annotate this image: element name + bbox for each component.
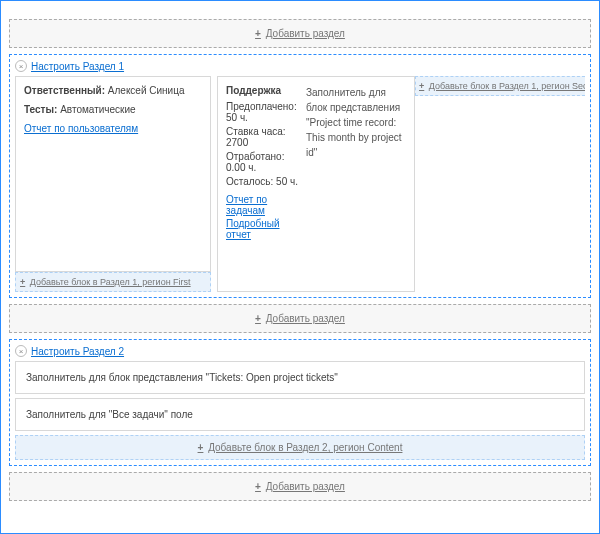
section-2-row-2-text: Заполнитель для "Все задачи" поле — [26, 409, 193, 420]
plus-icon: + — [419, 81, 424, 91]
support-row-1: Ставка часа: 2700 — [226, 126, 298, 148]
add-block-content[interactable]: + Добавьте блок в Раздел 2, регион Conte… — [15, 435, 585, 460]
plus-icon: + — [198, 442, 204, 453]
add-block-first-label: Добавьте блок в Раздел 1, регион First — [30, 277, 191, 287]
responsible-value: Алексей Синица — [108, 85, 185, 96]
add-section-label: Добавить раздел — [266, 481, 345, 492]
section-1-left-card: Ответственный: Алексей Синица Тесты: Авт… — [15, 76, 211, 272]
close-icon[interactable]: × — [15, 345, 27, 357]
add-section-bottom[interactable]: + Добавить раздел — [9, 472, 591, 501]
tests-value: Автоматические — [60, 104, 135, 115]
task-report-link[interactable]: Отчет по задачам — [226, 194, 298, 216]
add-section-label: Добавить раздел — [266, 28, 345, 39]
plus-icon: + — [255, 28, 261, 39]
section-1-header: × Настроить Раздел 1 — [15, 60, 585, 72]
responsible-label: Ответственный: — [24, 85, 105, 96]
section-1: × Настроить Раздел 1 Ответственный: Алек… — [9, 54, 591, 298]
add-block-first[interactable]: + Добавьте блок в Раздел 1, регион First — [15, 272, 211, 292]
close-icon[interactable]: × — [15, 60, 27, 72]
configure-section-1[interactable]: Настроить Раздел 1 — [31, 61, 124, 72]
add-block-content-label: Добавьте блок в Раздел 2, регион Content — [208, 442, 402, 453]
section-2-row-1: Заполнитель для блок представления "Tick… — [15, 361, 585, 394]
tests-label: Тесты: — [24, 104, 57, 115]
add-block-second[interactable]: + Добавьте блок в Раздел 1, регион Secon… — [415, 76, 585, 96]
placeholder-text: Заполнитель для блок представления "Proj… — [306, 85, 406, 160]
support-row-3: Осталось: 50 ч. — [226, 176, 298, 187]
add-section-label: Добавить раздел — [266, 313, 345, 324]
detailed-report-link[interactable]: Подробный отчет — [226, 218, 298, 240]
section-2: × Настроить Раздел 2 Заполнитель для бло… — [9, 339, 591, 466]
users-report-row: Отчет по пользователям — [24, 123, 202, 134]
plus-icon: + — [255, 313, 261, 324]
tests-row: Тесты: Автоматические — [24, 104, 202, 115]
add-section-top[interactable]: + Добавить раздел — [9, 19, 591, 48]
section-2-header: × Настроить Раздел 2 — [15, 345, 585, 357]
section-1-columns: Ответственный: Алексей Синица Тесты: Авт… — [15, 76, 585, 292]
responsible-row: Ответственный: Алексей Синица — [24, 85, 202, 96]
plus-icon: + — [255, 481, 261, 492]
support-row-2: Отработано: 0.00 ч. — [226, 151, 298, 173]
support-row-0: Предоплачено: 50 ч. — [226, 101, 298, 123]
section-1-right-wrap: Поддержка Предоплачено: 50 ч. Ставка час… — [217, 76, 585, 292]
users-report-link[interactable]: Отчет по пользователям — [24, 123, 138, 134]
section-2-row-1-text: Заполнитель для блок представления "Tick… — [26, 372, 338, 383]
support-card: Поддержка Предоплачено: 50 ч. Ставка час… — [217, 76, 415, 292]
add-block-second-label: Добавьте блок в Раздел 1, регион Second — [429, 81, 585, 91]
plus-icon: + — [20, 277, 25, 287]
add-section-middle[interactable]: + Добавить раздел — [9, 304, 591, 333]
configure-section-2[interactable]: Настроить Раздел 2 — [31, 346, 124, 357]
support-data-col: Поддержка Предоплачено: 50 ч. Ставка час… — [226, 85, 298, 283]
section-2-row-2: Заполнитель для "Все задачи" поле — [15, 398, 585, 431]
placeholder-col: Заполнитель для блок представления "Proj… — [306, 85, 406, 283]
support-title: Поддержка — [226, 85, 298, 96]
support-links: Отчет по задачам Подробный отчет — [226, 194, 298, 240]
